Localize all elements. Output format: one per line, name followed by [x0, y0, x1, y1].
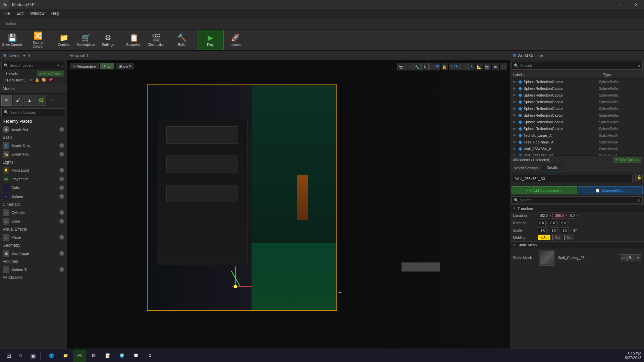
edge-app[interactable]: 🌐: [45, 350, 58, 362]
outliner-item[interactable]: 👁 🔷 SphereReflectionCaptur SphereReflec: [510, 78, 644, 85]
outliner-item[interactable]: 👁 🔷 TechBit_Large_A StaticMeshA: [510, 132, 644, 139]
rotation-y-field[interactable]: 0.0: [549, 220, 557, 226]
sphere-info[interactable]: ?: [59, 194, 64, 199]
cinematics-button[interactable]: 🎬 Cinematics: [145, 30, 167, 50]
static-mesh-section-header[interactable]: Static Mesh: [510, 241, 644, 248]
box-trigger-item[interactable]: ▦ Box Trigge ?: [0, 249, 67, 258]
landscape-mode-icon[interactable]: ▲: [24, 95, 35, 106]
sphere-trigger-info[interactable]: ?: [59, 267, 64, 272]
details-grid-icon[interactable]: ⊞: [637, 198, 640, 202]
box-trigger-info[interactable]: ?: [59, 251, 64, 256]
launch-button[interactable]: 🚀 Launch: [224, 30, 246, 50]
selected-item-name[interactable]: Wall_256x384_A3: [513, 175, 633, 182]
save-current-button[interactable]: 💾 Save Current: [1, 30, 23, 50]
outliner-item[interactable]: 👁 🔷 SphereReflectionCaptur SphereReflec: [510, 92, 644, 99]
point-light-item[interactable]: 💡 Point Light ?: [0, 166, 67, 175]
levels-more-icon[interactable]: ⋮: [61, 63, 64, 68]
lights-category[interactable]: Lights: [0, 159, 67, 166]
empty-actor-item[interactable]: ◉ Empty Act ?: [0, 125, 67, 134]
mesh-reset-button[interactable]: ↩: [620, 254, 627, 261]
player-start-info[interactable]: ?: [59, 177, 64, 181]
search-classes-input[interactable]: [10, 110, 63, 114]
snap-rotate-btn[interactable]: ↻: [421, 63, 429, 70]
grid-btn[interactable]: ⊞: [405, 63, 413, 70]
outliner-item[interactable]: 👁 🔷 SphereReflectionCaptur SphereReflec: [510, 105, 644, 112]
task-view-button[interactable]: ▣: [27, 350, 39, 362]
add-component-button[interactable]: + + Add Component ▾: [512, 186, 577, 194]
mobility-static-button[interactable]: ☀ Sta: [538, 235, 551, 241]
scale-lock-icon[interactable]: 🔗: [572, 228, 577, 233]
type-column-header[interactable]: Type: [600, 73, 644, 77]
outliner-item[interactable]: 👁 🔷 SphereReflectionCaptur SphereReflec: [510, 119, 644, 125]
cylinder-info[interactable]: ?: [59, 210, 64, 215]
outliner-item[interactable]: 👁 🔷 Tess_FogPlane_A StaticMeshA: [510, 139, 644, 145]
play-button[interactable]: ▶ Play: [197, 30, 224, 50]
levels-dropdown[interactable]: ⊞ Levels ▾ ⚙: [3, 53, 31, 58]
cube-info[interactable]: ?: [59, 185, 64, 190]
empty-character-item[interactable]: 👤 Empty Cha ?: [0, 141, 67, 150]
screen-pct[interactable]: 0.25: [449, 63, 460, 70]
details-lock-button[interactable]: 🔒: [635, 174, 643, 181]
grid-value[interactable]: 3: [468, 63, 475, 70]
close-button[interactable]: ✕: [629, 0, 644, 9]
foliage-mode-icon[interactable]: 🌿: [36, 95, 46, 106]
level-eye-icon[interactable]: 👁: [29, 78, 33, 82]
snap-btn[interactable]: 🔧: [413, 63, 421, 70]
mode-more-button[interactable]: >>: [47, 95, 58, 106]
content-button[interactable]: 📁 Content: [53, 30, 74, 50]
rotation-x-field[interactable]: 0.0: [538, 220, 546, 226]
fov-value[interactable]: 11.25: [429, 63, 440, 70]
geometry-category[interactable]: Geometry: [0, 242, 67, 249]
maximize-button[interactable]: □: [613, 0, 629, 9]
location-y-field[interactable]: -256.0: [552, 213, 565, 219]
build-button[interactable]: 🔨 Build: [171, 30, 193, 50]
empty-pawn-info[interactable]: ?: [59, 152, 64, 157]
layout-btn[interactable]: ⊞: [492, 63, 499, 70]
outliner-item[interactable]: 👁 🔷 SphereReflectionCaptur SphereReflec: [510, 112, 644, 119]
minimize-button[interactable]: ─: [598, 0, 613, 9]
label-column-header[interactable]: Label ▲: [510, 73, 600, 77]
view-options-button[interactable]: 👁 View Options: [37, 71, 64, 76]
paint-mode-icon[interactable]: 🖌: [13, 95, 23, 106]
cone-item[interactable]: △ Cone ?: [0, 217, 67, 226]
all-classes-category[interactable]: All Classes: [0, 274, 67, 281]
level-color-icon[interactable]: 🎨: [42, 78, 46, 82]
edit-menu[interactable]: Edit: [13, 9, 27, 17]
rotation-z-field[interactable]: 0.0: [560, 220, 568, 226]
empty-actor-info[interactable]: ?: [59, 127, 64, 132]
mobility-movable-button[interactable]: Mo: [564, 235, 574, 241]
place-mode-icon[interactable]: ✏: [1, 95, 12, 106]
perspective-button[interactable]: ▽ Perspective: [70, 63, 99, 69]
window-menu[interactable]: Window: [27, 9, 48, 17]
point-light-info[interactable]: ?: [59, 168, 64, 173]
levels-cog-icon[interactable]: ⚙: [28, 54, 31, 57]
grid-settings[interactable]: 📐: [476, 63, 483, 70]
cube-item[interactable]: □ Cube ?: [0, 183, 67, 192]
outliner-search-clear[interactable]: ✕: [638, 64, 640, 68]
viewport[interactable]: + ▽ Perspective ☀ Lit Show ▾: [67, 60, 510, 362]
recently-placed-category[interactable]: Recently Placed: [0, 118, 67, 125]
location-z-field[interactable]: 0.0: [568, 213, 576, 219]
sphere-trigger-item[interactable]: ◌ Sphere Tri ?: [0, 265, 67, 274]
player-start-item[interactable]: 🎮 Player Sta ?: [0, 175, 67, 183]
show-button[interactable]: Show ▾: [116, 63, 134, 69]
world-settings-tab[interactable]: World Settings: [510, 164, 542, 172]
persistent-level-item[interactable]: ⊞ Persistent L 👁 🔒 🎨 📌: [0, 77, 67, 83]
camera-btn[interactable]: 📷: [397, 63, 405, 70]
lit-button[interactable]: ☀ Lit: [100, 63, 114, 69]
plane-item[interactable]: ▱ Plane ?: [0, 233, 67, 242]
fullscreen-btn[interactable]: ⛶: [500, 63, 507, 70]
fov-lock[interactable]: 🔒: [441, 63, 448, 70]
notepad-app[interactable]: 📝: [101, 350, 114, 362]
empty-pawn-item[interactable]: 🎭 Empty Pav ?: [0, 150, 67, 159]
blueprints-button[interactable]: 📋 Blueprints: [123, 30, 145, 50]
empty-character-info[interactable]: ?: [59, 143, 64, 148]
start-button[interactable]: ⊞: [3, 350, 15, 362]
blueprint-button[interactable]: 📋 Blueprint/Ad...: [578, 186, 643, 194]
scale-z-field[interactable]: 1.0: [561, 227, 569, 233]
settings-app[interactable]: ⚙: [143, 350, 157, 362]
outliner-item[interactable]: 👁 🔷 SphereReflectionCaptur SphereReflec: [510, 99, 644, 105]
ue4-app[interactable]: 🎮: [73, 350, 86, 362]
settings-button[interactable]: ⚙ Settings: [97, 30, 119, 50]
basic-category[interactable]: Basic: [0, 134, 67, 141]
